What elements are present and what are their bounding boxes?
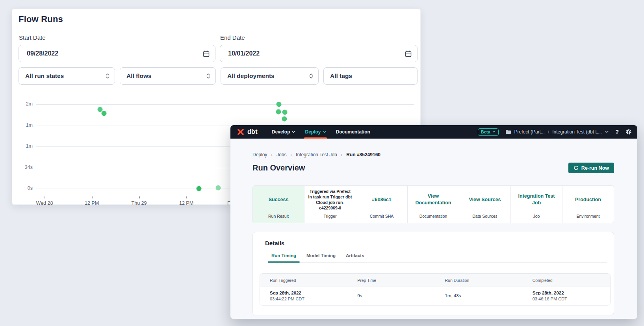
- view-sources-link[interactable]: View Sources: [469, 196, 501, 203]
- nav-item-documentation[interactable]: Documentation: [331, 125, 375, 139]
- x-axis-tick-mark: [92, 196, 93, 198]
- run-status-summary-row: Success Run Result Triggered via Prefect…: [252, 185, 614, 223]
- y-axis-tick-label: 1m: [16, 122, 33, 128]
- col-completed: Completed: [523, 278, 610, 283]
- active-nav-underline: [304, 137, 327, 139]
- col-run-triggered: Run Triggered: [260, 278, 347, 283]
- flow-run-data-point[interactable]: [277, 102, 282, 107]
- x-axis-tick-label: Wed 28: [36, 200, 53, 206]
- page-title: Run Overview: [252, 163, 305, 172]
- dbt-logo-icon: [236, 128, 245, 136]
- end-date-input[interactable]: 10/01/2022: [220, 45, 418, 62]
- run-states-value: All run states: [25, 72, 64, 80]
- cell-completed: Sep 28th, 2022 03:46:16 PM CDT: [523, 290, 610, 302]
- folder-icon: [505, 130, 511, 134]
- flow-run-data-point[interactable]: [197, 186, 202, 191]
- calendar-icon[interactable]: [405, 50, 412, 57]
- dbt-logo-text: dbt: [247, 128, 258, 135]
- trigger-value: Triggered via Prefect in task run Trigge…: [308, 189, 353, 211]
- details-card: Details Run Timing Model Timing Artifact…: [252, 232, 614, 315]
- select-chevrons-icon: [105, 73, 110, 79]
- details-title: Details: [253, 232, 614, 246]
- navbar-right-group: Beta Prefect (Part... / Integration Test…: [478, 125, 632, 139]
- flows-value: All flows: [126, 72, 152, 80]
- run-states-select[interactable]: All run states: [19, 67, 115, 85]
- tags-select[interactable]: All tags: [323, 67, 418, 85]
- chevron-down-icon: [605, 131, 609, 133]
- chevron-down-icon: [323, 131, 326, 133]
- view-documentation-link[interactable]: View Documentation: [411, 193, 456, 206]
- x-axis-tick-label: Thu 29: [132, 200, 147, 206]
- x-axis-tick-mark: [45, 196, 45, 198]
- y-axis-tick-label: 1m: [16, 143, 33, 149]
- flow-run-data-point[interactable]: [276, 109, 281, 115]
- cell-run-triggered: Sep 28th, 2022 03:44:22 PM CDT: [260, 290, 347, 302]
- dbt-page-content: Deploy › Jobs › Integration Test Job › R…: [230, 139, 637, 315]
- breadcrumb-jobs[interactable]: Jobs: [277, 152, 286, 157]
- breadcrumb-deploy[interactable]: Deploy: [252, 152, 267, 157]
- flow-run-data-point[interactable]: [282, 117, 287, 122]
- status-cell-trigger: Triggered via Prefect in task run Trigge…: [304, 186, 356, 223]
- status-cell-job: Integration Test Job Job: [511, 186, 562, 223]
- nav-item-develop[interactable]: Develop: [267, 125, 301, 139]
- rerun-now-button[interactable]: Re-run Now: [568, 163, 614, 173]
- tab-artifacts[interactable]: Artifacts: [342, 250, 368, 262]
- start-date-input[interactable]: 09/28/2022: [19, 45, 215, 62]
- project-selector[interactable]: Prefect (Part... / Integration Test (dbt…: [505, 129, 609, 135]
- project-name: Prefect (Part...: [514, 129, 545, 135]
- nav-item-deploy[interactable]: Deploy: [300, 125, 331, 139]
- beta-badge[interactable]: Beta: [478, 128, 499, 136]
- flows-select[interactable]: All flows: [120, 67, 216, 85]
- start-date-label: Start Date: [19, 34, 46, 41]
- details-tabs: Run Timing Model Timing Artifacts: [268, 250, 607, 263]
- breadcrumb-run-id: Run #85249160: [346, 152, 380, 157]
- x-axis-tick-mark: [186, 196, 187, 198]
- cell-prep-time: 9s: [347, 293, 435, 299]
- end-date-label: End Date: [220, 34, 245, 41]
- chevron-down-icon: [492, 131, 496, 133]
- gear-icon[interactable]: [625, 129, 632, 135]
- x-axis-tick-mark: [139, 196, 140, 198]
- breadcrumb-job-name[interactable]: Integration Test Job: [296, 152, 337, 157]
- calendar-icon[interactable]: [203, 50, 210, 57]
- tags-value: All tags: [330, 72, 352, 80]
- breadcrumb-separator: ›: [271, 152, 273, 157]
- project-separator: /: [548, 129, 549, 135]
- dbt-cloud-window: dbt Develop Deploy Documentation Beta Pr…: [230, 125, 637, 319]
- cell-run-duration: 1m, 43s: [435, 293, 523, 299]
- breadcrumb-separator: ›: [290, 152, 292, 157]
- tab-model-timing[interactable]: Model Timing: [303, 250, 339, 262]
- flow-runs-title: Flow Runs: [19, 14, 63, 24]
- y-axis-tick-label: 34s: [16, 165, 33, 170]
- dbt-logo[interactable]: dbt: [236, 125, 258, 139]
- deployments-value: All deployments: [227, 72, 275, 80]
- status-cell-documentation: View Documentation Documentation: [408, 186, 459, 223]
- status-cell-data-sources: View Sources Data Sources: [459, 186, 511, 223]
- y-axis-tick-label: 0s: [16, 185, 33, 191]
- table-header-row: Run Triggered Prep Time Run Duration Com…: [260, 274, 610, 287]
- environment-link[interactable]: Production: [575, 196, 601, 203]
- breadcrumb: Deploy › Jobs › Integration Test Job › R…: [252, 152, 614, 157]
- flow-run-data-point[interactable]: [282, 110, 288, 115]
- job-link[interactable]: Integration Test Job: [514, 193, 559, 206]
- breadcrumb-separator: ›: [341, 152, 343, 157]
- x-axis-tick-label: 12 PM: [85, 200, 99, 206]
- deployments-select[interactable]: All deployments: [221, 67, 319, 85]
- start-date-value: 09/28/2022: [27, 50, 58, 57]
- table-row: Sep 28th, 2022 03:44:22 PM CDT 9s 1m, 43…: [260, 287, 610, 305]
- chevron-down-icon: [292, 131, 295, 133]
- flow-run-data-point[interactable]: [216, 185, 221, 191]
- run-result-value: Success: [269, 196, 289, 203]
- help-icon[interactable]: ?: [615, 129, 619, 135]
- tab-run-timing[interactable]: Run Timing: [268, 250, 300, 262]
- dbt-top-navbar: dbt Develop Deploy Documentation Beta Pr…: [230, 125, 637, 139]
- commit-sha-link[interactable]: #6b86c1: [372, 196, 391, 203]
- x-axis-tick-label: 12 PM: [179, 200, 193, 206]
- col-run-duration: Run Duration: [435, 278, 523, 283]
- refresh-icon: [573, 165, 579, 170]
- run-timing-table: Run Triggered Prep Time Run Duration Com…: [260, 273, 611, 306]
- environment-name: Integration Test (dbt L...: [552, 129, 602, 135]
- col-prep-time: Prep Time: [347, 278, 435, 283]
- flow-run-data-point[interactable]: [102, 111, 107, 116]
- end-date-value: 10/01/2022: [228, 50, 260, 57]
